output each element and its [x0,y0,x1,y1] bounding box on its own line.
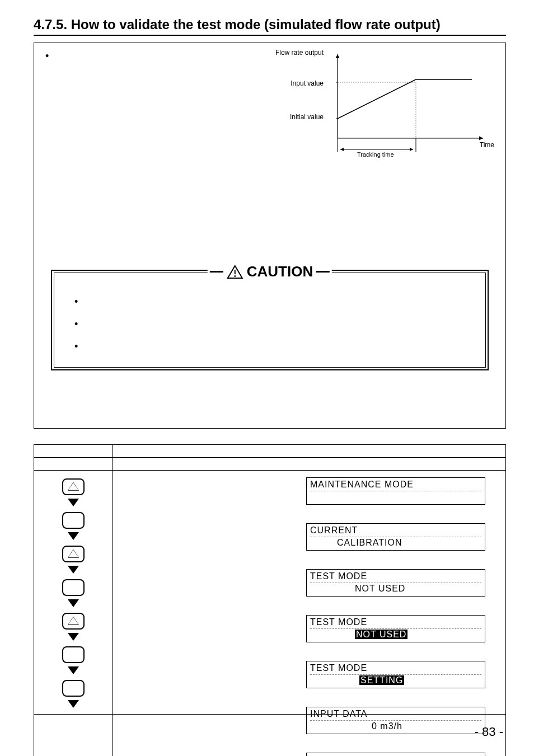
next-arrow-icon [68,666,79,674]
next-arrow-icon [68,532,79,540]
lcd-display: INPUT DATA 000000000 m3/h [306,753,485,756]
next-arrow-icon [68,700,79,708]
next-arrow-icon [68,599,79,607]
next-arrow-icon [68,566,79,574]
caution-bullets: • • • [71,297,485,351]
lcd-display: INPUT DATA 0 m3/h [306,707,485,734]
lcd-line2: SETTING [310,675,481,686]
footer-rule [34,714,506,715]
page-number: - 83 - [475,725,503,739]
lcd-line2: NOT USED [310,583,481,594]
lcd-display: MAINTENANCE MODE [306,477,485,505]
description-box: • Flow rate output Input value Initial v… [34,43,506,429]
section-title: 4.7.5. How to validate the test mode (si… [34,17,506,36]
next-arrow-icon [68,633,79,641]
key-blank-icon [62,680,85,697]
svg-point-12 [234,275,236,277]
lcd-display: CURRENT CALIBRATION [306,523,485,551]
lcd-line2: 0 m3/h [310,721,481,732]
warning-icon [227,265,243,279]
lcd-inverse-text: SETTING [359,675,404,685]
lcd-display: TEST MODE NOT USED [306,615,485,642]
table-header-key [34,445,113,457]
tracking-time-label: Tracking time [357,151,394,158]
bullet: • [74,297,485,307]
lcd-line2: NOT USED [310,629,481,640]
lcd-line1: TEST MODE [310,663,481,675]
chart-svg: Tracking time [326,51,489,163]
procedure-table: MAINTENANCE MODE CURRENT CALIBRATION TES… [34,444,506,756]
key-up-icon [62,546,85,562]
chart-y-label: Flow rate output [275,49,324,57]
bullet: • [74,341,485,351]
lcd-display: TEST MODE NOT USED [306,569,485,597]
flow-rate-chart: Flow rate output Input value Initial val… [270,49,494,172]
lcd-line1: TEST MODE [310,617,481,629]
key-blank-icon [62,646,85,663]
lcd-line1: INPUT DATA [310,708,481,721]
lcd-line1: CURRENT [310,525,481,537]
lcd-line2 [310,491,481,503]
key-up-icon [62,478,85,495]
svg-line-6 [338,79,416,119]
bullet: • [74,319,485,329]
lcd-line2: CALIBRATION [310,537,481,548]
key-up-icon [62,613,85,630]
x-axis-label: Time [480,141,494,149]
table-header-desc [113,445,505,457]
lcd-display: TEST MODE SETTING [306,661,485,688]
caution-label: CAUTION [247,263,313,280]
key-column [34,471,113,756]
key-blank-icon [62,579,85,596]
caution-box: CAUTION • • • [51,270,489,370]
lcd-line1: TEST MODE [310,571,481,583]
y-tick-input: Input value [284,79,324,87]
next-arrow-icon [68,499,79,506]
y-tick-initial: Initial value [284,113,324,121]
lcd-line1: MAINTENANCE MODE [310,479,481,491]
key-blank-icon [62,512,85,529]
lcd-inverse-text: NOT USED [355,630,407,639]
display-column: MAINTENANCE MODE CURRENT CALIBRATION TES… [113,471,505,756]
caution-header: CAUTION [208,263,332,280]
